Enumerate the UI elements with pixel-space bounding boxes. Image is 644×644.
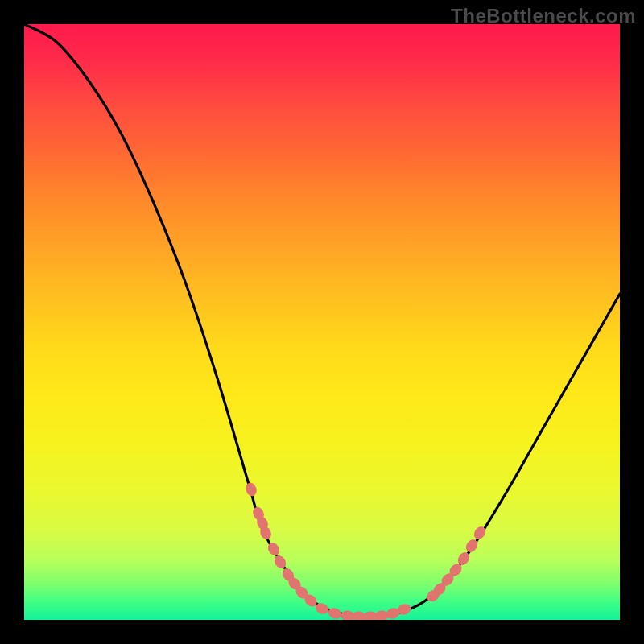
plot-area — [24, 24, 620, 620]
data-dot — [327, 606, 344, 620]
bottleneck-curve — [24, 24, 620, 617]
chart-frame: TheBottleneck.com — [0, 0, 644, 644]
dot-group — [244, 481, 488, 620]
watermark-text: TheBottleneck.com — [451, 5, 636, 27]
curve-svg — [24, 24, 620, 620]
data-dot — [244, 481, 258, 497]
